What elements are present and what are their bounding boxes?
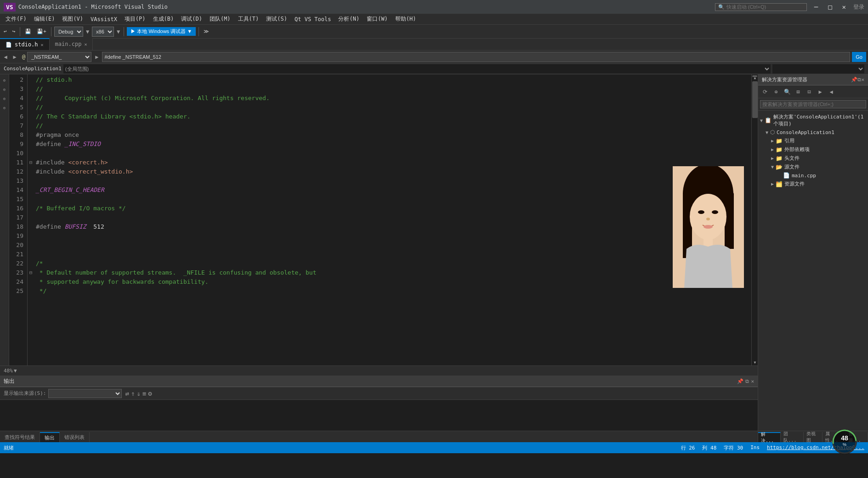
zoom-dropdown-btn[interactable]: ▼	[14, 368, 17, 374]
menu-project[interactable]: 项目(P)	[121, 14, 149, 24]
scroll-down-btn[interactable]: ▼	[752, 359, 758, 366]
output-tool-2[interactable]: ⇑	[131, 390, 135, 397]
se-search-input[interactable]	[760, 100, 866, 108]
se-references[interactable]: ▶ 📁 引用	[758, 136, 868, 145]
save-btn[interactable]: 💾	[23, 28, 33, 35]
se-res-expand[interactable]: ▶	[771, 181, 774, 186]
rp-tool-3[interactable]: 🔍	[782, 87, 792, 97]
menu-edit[interactable]: 编辑(E)	[30, 14, 59, 24]
editor-scroll-area[interactable]: ⊙ ⊙ ⊙ ⊙ 2 3 4 5 6 7 8 9 10 11 12	[0, 74, 758, 366]
output-float-btn[interactable]: ⧉	[745, 378, 749, 384]
nav-scope-dropdown[interactable]: _NSTREAM_	[27, 52, 91, 62]
rp-tool-6[interactable]: ▶	[815, 87, 825, 97]
bottom-tab-find[interactable]: 查找符号结果	[0, 432, 40, 442]
rp-tool-7[interactable]: ◀	[826, 87, 836, 97]
run-btn[interactable]: ▶ 本地 Windows 调试器 ▼	[127, 27, 196, 36]
toolbar-more[interactable]: ≫	[202, 28, 211, 35]
breadcrumb-member-dropdown[interactable]	[772, 64, 864, 73]
se-ext-expand[interactable]: ▶	[771, 147, 774, 152]
tab-maincpp-close[interactable]: ✕	[84, 42, 87, 47]
menu-build[interactable]: 生成(B)	[149, 14, 178, 24]
save-all-btn[interactable]: 💾+	[35, 28, 48, 35]
menu-team[interactable]: 团队(M)	[206, 14, 234, 24]
bottom-tab-output[interactable]: 输出	[40, 432, 60, 442]
output-tool-5[interactable]: ⚙	[148, 390, 152, 397]
close-btn[interactable]: ✕	[839, 3, 850, 11]
menu-test[interactable]: 测试(S)	[262, 14, 291, 24]
debug-config-dropdown[interactable]: Debug	[54, 27, 83, 37]
menu-analyze[interactable]: 分析(N)	[335, 14, 363, 24]
rp-pin-btn[interactable]: 📌	[851, 77, 857, 83]
se-solution-expand[interactable]: ▼	[760, 118, 763, 123]
menu-qtvs[interactable]: Qt VS Tools	[291, 15, 335, 23]
login-text[interactable]: 登录	[853, 3, 864, 11]
code-line-10	[36, 149, 751, 158]
platform-dropdown[interactable]: x86	[92, 27, 114, 37]
se-hdr-label: 头文件	[784, 155, 800, 162]
rp-tab-solution[interactable]: 解决...	[758, 432, 781, 442]
rp-tool-5[interactable]: ⊟	[804, 87, 814, 97]
rp-float-btn[interactable]: ⧉	[857, 77, 861, 83]
rp-tab-class[interactable]: 类视图	[804, 432, 823, 442]
se-project-expand[interactable]: ▼	[766, 130, 768, 135]
redo-btn[interactable]: ↪	[11, 28, 17, 35]
menu-debug[interactable]: 调试(D)	[177, 14, 206, 24]
output-tool-4[interactable]: ≡	[142, 390, 146, 397]
menu-view[interactable]: 视图(V)	[58, 14, 87, 24]
rp-tool-2[interactable]: ⊕	[771, 87, 781, 97]
tab-bar: 📄 stdio.h ✕ main.cpp ✕	[0, 39, 868, 51]
maximize-btn[interactable]: □	[824, 3, 835, 11]
menu-file[interactable]: 文件(F)	[2, 14, 30, 24]
code-line-14: _CRT_BEGIN_C_HEADER	[36, 186, 751, 195]
se-source-files[interactable]: ▼ 📂 源文件	[758, 163, 868, 171]
breadcrumb-project[interactable]: ConsoleApplication1	[4, 66, 62, 72]
output-panel-title[interactable]: 输出	[4, 377, 15, 385]
menu-vassistx[interactable]: VAssistX	[87, 15, 121, 23]
quick-launch-input[interactable]	[726, 4, 791, 10]
left-icon-4[interactable]: ⊙	[0, 104, 9, 112]
left-icon-1[interactable]: ⊙	[0, 76, 9, 84]
se-external-deps[interactable]: ▶ 📁 外部依赖项	[758, 145, 868, 154]
rp-close-btn[interactable]: ✕	[861, 77, 864, 83]
se-ref-expand[interactable]: ▶	[771, 138, 774, 143]
se-maincpp[interactable]: 📄 main.cpp	[758, 171, 868, 180]
output-tool-1[interactable]: ⇄	[125, 390, 129, 397]
output-source-dropdown[interactable]	[48, 389, 122, 398]
se-resource-files[interactable]: ▶ 🗂️ 资源文件	[758, 180, 868, 188]
code-editor[interactable]: // stdio.h // // Copyright (c) Microsoft…	[34, 74, 751, 366]
se-hdr-expand[interactable]: ▶	[771, 156, 774, 161]
se-ext-label: 外部依赖项	[784, 146, 810, 153]
left-icon-2[interactable]: ⊙	[0, 85, 9, 94]
zoom-control[interactable]: 48 % ▼	[0, 366, 758, 376]
editor-scrollbar[interactable]: ▲ ▼	[751, 74, 758, 366]
se-solution[interactable]: ▼ 📋 解决方案'ConsoleApplication1'(1 个项目)	[758, 112, 868, 128]
rp-tool-4[interactable]: ⊞	[793, 87, 803, 97]
output-close-btn[interactable]: ✕	[751, 378, 754, 384]
output-pin-btn[interactable]: 📌	[737, 378, 743, 384]
tab-stdio[interactable]: 📄 stdio.h ✕	[0, 38, 50, 50]
se-header-files[interactable]: ▶ 📁 头文件	[758, 154, 868, 163]
minimize-btn[interactable]: ─	[811, 3, 822, 11]
nav-back-icon[interactable]: ◀	[2, 53, 9, 61]
nav-go-btn[interactable]: Go	[852, 52, 866, 62]
scroll-thumb[interactable]	[752, 81, 758, 118]
se-project[interactable]: ▼ ⬡ ConsoleApplication1	[758, 128, 868, 136]
se-src-expand[interactable]: ▼	[771, 164, 774, 169]
tab-stdio-icon: 📄	[6, 42, 12, 48]
output-tool-3[interactable]: ⇓	[136, 390, 140, 397]
nav-define-field[interactable]	[102, 52, 850, 62]
menu-tools[interactable]: 工具(T)	[234, 14, 263, 24]
rp-tab-team[interactable]: 团队...	[781, 432, 803, 442]
rp-tool-1[interactable]: ⟳	[760, 87, 770, 97]
undo-btn[interactable]: ↩	[2, 28, 9, 35]
bottom-tab-errors[interactable]: 错误列表	[60, 432, 90, 442]
tab-stdio-close[interactable]: ✕	[41, 42, 44, 47]
tab-maincpp[interactable]: main.cpp ✕	[50, 38, 93, 50]
menu-help[interactable]: 帮助(H)	[391, 14, 420, 24]
editor-column: ⊙ ⊙ ⊙ ⊙ 2 3 4 5 6 7 8 9 10 11 12	[0, 74, 758, 442]
left-icon-3[interactable]: ⊙	[0, 95, 9, 103]
nav-fwd-icon[interactable]: ▶	[11, 53, 18, 61]
breadcrumb-scope-dropdown[interactable]: (全局范围)	[63, 64, 771, 73]
search-bar[interactable]: 🔍	[715, 3, 807, 11]
menu-window[interactable]: 窗口(W)	[363, 14, 391, 24]
